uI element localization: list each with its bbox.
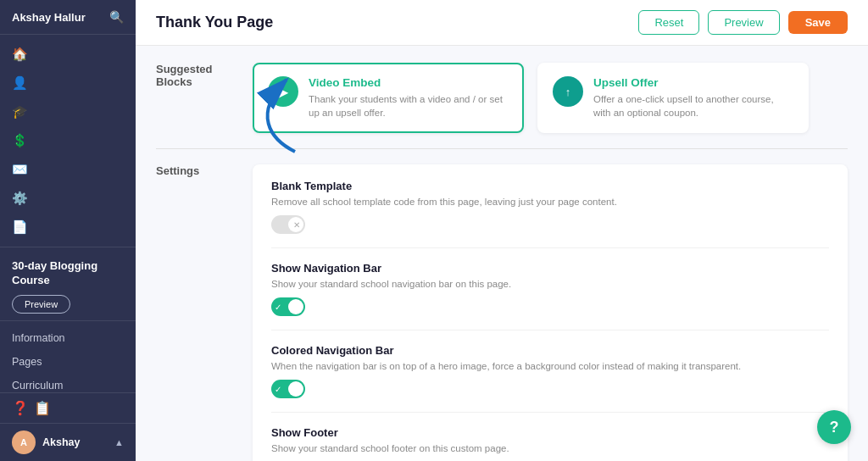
sidebar-icon-dollar[interactable]: 💲	[0, 126, 136, 155]
show-footer-desc: Show your standard school footer on this…	[271, 442, 829, 455]
video-embed-desc: Thank your students with a video and / o…	[309, 92, 509, 119]
sidebar-icon-home[interactable]: 🏠	[0, 40, 136, 69]
sidebar-icon-page[interactable]: 📄	[0, 213, 136, 242]
settings-section: Settings Blank Template Remove all schoo…	[156, 164, 848, 461]
toggle-x-icon: ✕	[293, 220, 300, 230]
colored-nav-bar-title: Colored Navigation Bar	[271, 344, 829, 357]
page-header: Thank You Page Reset Preview Save	[136, 0, 868, 46]
show-nav-bar-toggle[interactable]: ✓	[271, 297, 305, 316]
upsell-offer-title: Upsell Offer	[593, 76, 793, 89]
colored-nav-bar-desc: When the navigation bar is on top of a h…	[271, 359, 829, 373]
video-embed-title: Video Embed	[309, 76, 509, 89]
preview-button[interactable]: Preview	[708, 10, 779, 35]
upsell-offer-icon: ↑	[553, 76, 583, 107]
reset-button[interactable]: Reset	[638, 10, 699, 35]
header-actions: Reset Preview Save	[638, 10, 848, 35]
search-icon[interactable]: 🔍	[109, 10, 124, 24]
help-button[interactable]: ?	[817, 410, 851, 444]
divider	[156, 148, 848, 149]
upsell-offer-content: Upsell Offer Offer a one-click upsell to…	[593, 76, 793, 119]
sidebar-nav: Information Pages Curriculum Pricing Dri…	[0, 321, 136, 392]
show-nav-bar-title: Show Navigation Bar	[271, 262, 829, 275]
sidebar-user-section: Akshay Hallur 🔍	[0, 0, 136, 35]
blank-template-title: Blank Template	[271, 180, 829, 192]
sidebar-item-curriculum[interactable]: Curriculum	[0, 374, 136, 392]
sidebar-user-name: Akshay Hallur	[12, 11, 103, 24]
sidebar-footer-username: Akshay	[42, 436, 108, 448]
course-section: 30-day Blogging Course Preview	[0, 247, 136, 321]
setting-colored-nav-bar: Colored Navigation Bar When the navigati…	[271, 330, 829, 413]
setting-show-footer: Show Footer Show your standard school fo…	[271, 413, 829, 461]
setting-blank-template: Blank Template Remove all school templat…	[271, 180, 829, 248]
sidebar-icon-mail[interactable]: ✉️	[0, 155, 136, 184]
page-icon-bottom[interactable]: 📋	[34, 400, 51, 416]
course-preview-button[interactable]: Preview	[12, 295, 70, 314]
settings-content: Blank Template Remove all school templat…	[253, 164, 848, 461]
blank-template-toggle[interactable]: ✕	[271, 215, 305, 234]
help-circle-icon[interactable]: ❓	[12, 400, 29, 416]
sidebar-icon-settings[interactable]: ⚙️	[0, 184, 136, 213]
blocks-grid: ▶ Video Embed Thank your students with a…	[253, 63, 848, 133]
sidebar-footer: A Akshay ▲	[0, 423, 136, 461]
video-embed-card[interactable]: ▶ Video Embed Thank your students with a…	[253, 63, 524, 133]
colored-nav-bar-toggle[interactable]: ✓	[271, 380, 305, 398]
avatar: A	[12, 430, 36, 454]
upsell-offer-desc: Offer a one-click upsell to another cour…	[593, 92, 793, 119]
toggle-check-icon: ✓	[275, 303, 281, 312]
sidebar: Akshay Hallur 🔍 🏠 👤 🎓 💲 ✉️ ⚙️ 📄 30-day B…	[0, 0, 136, 461]
show-nav-bar-desc: Show your standard school navigation bar…	[271, 277, 829, 291]
settings-label: Settings	[156, 164, 232, 177]
save-button[interactable]: Save	[788, 11, 848, 34]
setting-show-nav-bar: Show Navigation Bar Show your standard s…	[271, 248, 829, 330]
page-title: Thank You Page	[156, 14, 273, 31]
suggested-blocks-section: Suggested Blocks ▶ Video Embed Thank you…	[156, 63, 848, 133]
blank-template-desc: Remove all school template code from thi…	[271, 195, 829, 208]
show-footer-title: Show Footer	[271, 426, 829, 439]
sidebar-item-information[interactable]: Information	[0, 326, 136, 350]
sidebar-bottom-icons: ❓ 📋	[0, 392, 136, 423]
sidebar-icon-users[interactable]: 👤	[0, 69, 136, 97]
content-area: Suggested Blocks ▶ Video Embed Thank you…	[136, 46, 868, 461]
course-title: 30-day Blogging Course	[12, 259, 124, 288]
toggle-check-icon-2: ✓	[275, 385, 281, 394]
sidebar-icon-graduation[interactable]: 🎓	[0, 97, 136, 126]
suggested-blocks-label: Suggested Blocks	[156, 63, 232, 88]
upsell-offer-card[interactable]: ↑ Upsell Offer Offer a one-click upsell …	[537, 63, 809, 133]
sidebar-item-pages[interactable]: Pages	[0, 350, 136, 374]
main-content: Thank You Page Reset Preview Save Sugges…	[136, 0, 868, 461]
video-embed-content: Video Embed Thank your students with a v…	[309, 76, 509, 119]
chevron-up-icon[interactable]: ▲	[114, 437, 124, 447]
video-embed-icon: ▶	[268, 76, 298, 107]
